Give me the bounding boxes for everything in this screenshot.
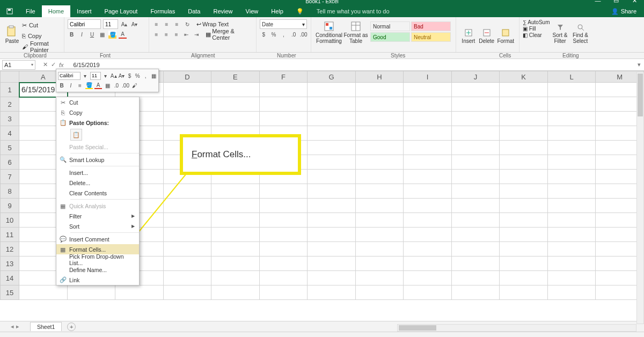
cell[interactable] [211, 213, 260, 228]
cell[interactable] [260, 228, 308, 242]
font-size-select[interactable] [103, 19, 118, 29]
merge-center-button[interactable]: ▦Merge & Center [206, 28, 253, 41]
cancel-formula-icon[interactable]: ✕ [43, 61, 48, 68]
cell[interactable] [404, 126, 452, 141]
cell[interactable] [452, 112, 500, 126]
cell[interactable] [211, 242, 260, 257]
cell[interactable] [500, 213, 548, 228]
cell[interactable] [308, 170, 356, 184]
cell[interactable] [548, 155, 596, 170]
cell[interactable] [404, 141, 452, 155]
cell[interactable] [404, 199, 452, 213]
tab-insert[interactable]: Insert [70, 5, 98, 17]
ctx-copy[interactable]: ⎘Copy [56, 107, 139, 118]
cell[interactable] [500, 83, 548, 97]
cell[interactable] [500, 257, 548, 271]
cell[interactable] [404, 285, 452, 300]
enter-formula-icon[interactable]: ✓ [51, 61, 56, 68]
share-button[interactable]: 👤 Share [604, 5, 644, 17]
cut-button[interactable]: ✂Cut [22, 20, 61, 30]
column-header[interactable]: G [308, 71, 356, 83]
cell[interactable] [452, 242, 500, 257]
cell[interactable] [356, 170, 404, 184]
conditional-formatting-button[interactable]: Conditional Formatting [314, 19, 343, 44]
vertical-scrollbar[interactable] [636, 72, 644, 324]
cell[interactable] [308, 199, 356, 213]
cell[interactable] [452, 83, 500, 97]
cell[interactable] [260, 97, 308, 112]
align-middle-icon[interactable]: ≡ [163, 20, 171, 28]
cell[interactable] [260, 199, 308, 213]
cell[interactable] [356, 141, 404, 155]
border-icon[interactable]: ▦ [150, 72, 157, 79]
select-all-triangle[interactable] [0, 71, 19, 83]
cell[interactable] [404, 228, 452, 242]
chevron-down-icon[interactable]: ▾ [103, 72, 109, 79]
copy-button[interactable]: ⎘Copy [22, 31, 61, 41]
cell[interactable] [452, 184, 500, 199]
autosum-button[interactable]: ∑ AutoSum [523, 19, 550, 25]
cell[interactable] [356, 228, 404, 242]
cell[interactable] [548, 170, 596, 184]
cell[interactable] [452, 126, 500, 141]
cell[interactable] [164, 285, 212, 300]
cell[interactable] [211, 83, 260, 97]
cell[interactable] [356, 199, 404, 213]
style-neutral[interactable]: Neutral [411, 32, 451, 42]
cell[interactable] [548, 271, 596, 285]
cell[interactable] [452, 170, 500, 184]
ctx-delete[interactable]: Delete... [56, 178, 139, 188]
row-header[interactable]: 13 [0, 257, 19, 271]
column-header[interactable]: F [260, 71, 308, 83]
row-header[interactable]: 4 [0, 126, 19, 141]
tab-view[interactable]: View [239, 5, 265, 17]
cell[interactable] [404, 271, 452, 285]
cell[interactable] [548, 112, 596, 126]
cell[interactable] [452, 271, 500, 285]
clear-button[interactable]: ◧ Clear [523, 32, 550, 38]
cell[interactable] [500, 97, 548, 112]
cell[interactable] [404, 97, 452, 112]
cell[interactable] [211, 271, 260, 285]
expand-formula-icon[interactable]: ▾ [638, 61, 641, 68]
cell[interactable] [548, 242, 596, 257]
sheet-tab[interactable]: Sheet1 [30, 322, 62, 331]
tab-help[interactable]: Help [265, 5, 290, 17]
align-left-icon[interactable]: ≡ [152, 31, 160, 39]
ctx-smart-lookup[interactable]: 🔍Smart Lookup [56, 155, 139, 165]
ctx-sort[interactable]: Sort▶ [56, 221, 139, 231]
cell[interactable] [164, 97, 212, 112]
cell[interactable] [500, 271, 548, 285]
tab-data[interactable]: Data [181, 5, 207, 17]
cell[interactable] [548, 285, 596, 300]
cell[interactable] [211, 257, 260, 271]
align-bottom-icon[interactable]: ≡ [173, 20, 181, 28]
cell[interactable] [548, 184, 596, 199]
cell[interactable] [500, 170, 548, 184]
cell[interactable] [452, 97, 500, 112]
indent-inc-icon[interactable]: ⇥ [193, 31, 201, 39]
cell[interactable] [19, 285, 68, 300]
cell[interactable] [404, 112, 452, 126]
cell[interactable] [356, 155, 404, 170]
cell[interactable] [548, 213, 596, 228]
indent-dec-icon[interactable]: ⇤ [182, 31, 191, 39]
cell[interactable] [211, 228, 260, 242]
row-header[interactable]: 6 [0, 155, 19, 170]
align-right-icon[interactable]: ≡ [172, 31, 180, 39]
cell[interactable] [404, 155, 452, 170]
cell[interactable] [308, 213, 356, 228]
number-format-select[interactable]: Date▾ [260, 19, 307, 29]
tab-page-layout[interactable]: Page Layout [98, 5, 144, 17]
dec-decimal-icon[interactable]: .00 [299, 31, 308, 39]
cell[interactable] [308, 242, 356, 257]
column-header[interactable]: H [356, 71, 404, 83]
inc-decimal-icon[interactable]: .00 [122, 82, 129, 89]
cell[interactable] [308, 257, 356, 271]
grow-font-icon[interactable]: A▴ [120, 20, 128, 28]
row-header[interactable]: 9 [0, 199, 19, 213]
tab-formulas[interactable]: Formulas [144, 5, 181, 17]
comma-icon[interactable]: , [142, 72, 149, 79]
ctx-cut[interactable]: ✂Cut [56, 97, 139, 107]
cell[interactable] [211, 112, 260, 126]
